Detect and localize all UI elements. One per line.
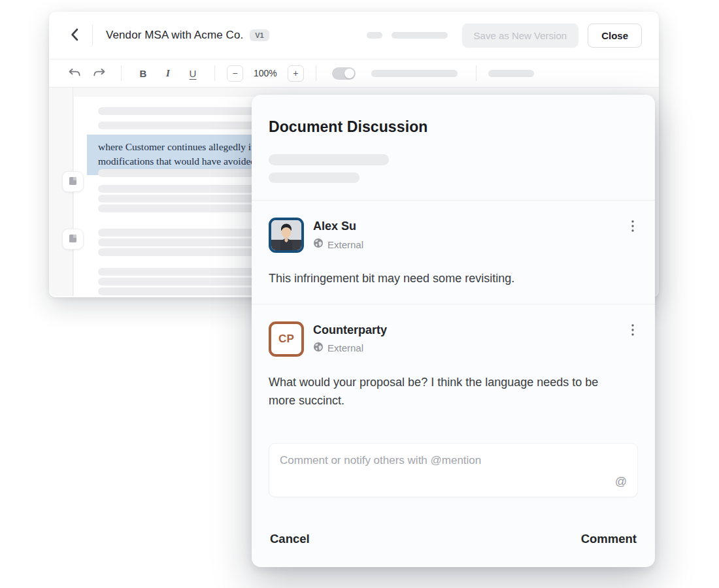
- author-name: Counterparty: [313, 323, 387, 337]
- undo-button[interactable]: [65, 64, 84, 82]
- underline-button[interactable]: U: [183, 64, 203, 82]
- comment-counterparty: CP Counterparty External: [252, 304, 655, 426]
- panel-header: Document Discussion: [252, 95, 655, 200]
- mention-icon[interactable]: @: [615, 475, 627, 489]
- skeleton-pill: [269, 154, 389, 165]
- external-badge: External: [313, 342, 387, 355]
- toolbar-divider: [121, 65, 122, 81]
- toggle-knob: [344, 69, 354, 78]
- redo-icon: [93, 68, 106, 79]
- titlebar: Vendor MSA with Acme Co. V1 Save as New …: [49, 12, 659, 59]
- skeleton-pill: [367, 32, 382, 39]
- external-label: External: [327, 239, 363, 250]
- comment-text: This infringement bit may need some revi…: [269, 270, 622, 288]
- comment-header: CP Counterparty External: [269, 321, 638, 357]
- external-badge: External: [313, 238, 363, 251]
- document-page-icon: [69, 176, 77, 188]
- save-as-new-version-button[interactable]: Save as New Version: [462, 24, 579, 48]
- skeleton-pill: [488, 70, 534, 77]
- comment-alex-su: Alex Su External This infringement bit m…: [252, 201, 655, 304]
- skeleton-pill: [371, 70, 458, 77]
- titlebar-divider: [92, 25, 93, 46]
- avatar-photo-image: [271, 220, 301, 250]
- toolbar-toggle[interactable]: [332, 67, 356, 80]
- cancel-button[interactable]: Cancel: [270, 532, 310, 546]
- comment-menu-button[interactable]: [627, 321, 638, 340]
- redo-button[interactable]: [90, 64, 109, 82]
- author-block: Alex Su External: [313, 218, 363, 251]
- comment-input[interactable]: [269, 444, 637, 497]
- comment-header: Alex Su External: [269, 218, 638, 253]
- kebab-icon: [631, 224, 634, 234]
- zoom-in-button[interactable]: +: [288, 65, 304, 82]
- globe-icon: [313, 342, 324, 355]
- avatar-initials: CP: [278, 333, 294, 346]
- margin-comment-button[interactable]: [62, 171, 84, 192]
- close-button[interactable]: Close: [588, 24, 642, 48]
- external-label: External: [327, 342, 363, 353]
- panel-title: Document Discussion: [269, 118, 638, 136]
- panel-footer: Cancel Comment: [252, 516, 655, 567]
- toolbar-divider: [316, 65, 316, 81]
- screenshot-stage: Vendor MSA with Acme Co. V1 Save as New …: [0, 0, 719, 588]
- discussion-panel: Document Discussion: [252, 95, 655, 567]
- chevron-left-icon: [70, 28, 79, 43]
- italic-button[interactable]: I: [158, 64, 178, 82]
- bold-button[interactable]: B: [133, 64, 153, 82]
- skeleton-pill: [392, 32, 448, 39]
- skeleton-pill: [269, 172, 360, 183]
- document-title: Vendor MSA with Acme Co.: [106, 29, 243, 42]
- avatar: [269, 218, 304, 253]
- toolbar-divider: [476, 65, 477, 81]
- zoom-level: 100%: [254, 68, 277, 78]
- author-block: Counterparty External: [313, 321, 387, 355]
- kebab-icon: [631, 328, 634, 338]
- avatar: CP: [269, 321, 304, 357]
- comment-text: What would your proposal be? I think the…: [269, 374, 622, 410]
- author-name: Alex Su: [313, 220, 363, 233]
- toolbar: B I U − 100% +: [49, 59, 659, 88]
- back-button[interactable]: [66, 27, 83, 44]
- comment-submit-button[interactable]: Comment: [581, 532, 637, 546]
- globe-icon: [313, 238, 324, 251]
- comment-menu-button[interactable]: [627, 218, 638, 237]
- zoom-out-button[interactable]: −: [227, 65, 243, 82]
- titlebar-right: Save as New Version Close: [367, 24, 642, 48]
- comment-composer: @: [269, 443, 638, 497]
- toolbar-divider: [214, 65, 215, 81]
- margin-comment-button[interactable]: [62, 229, 84, 250]
- version-badge: V1: [250, 29, 269, 41]
- document-page-icon: [69, 234, 77, 245]
- undo-icon: [68, 68, 81, 79]
